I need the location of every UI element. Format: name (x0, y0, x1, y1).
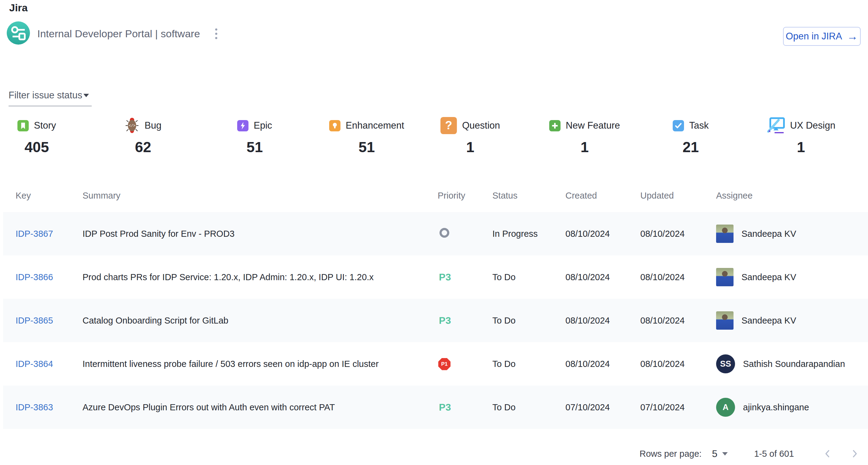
column-header-key: Key (16, 191, 83, 201)
column-header-created: Created (565, 191, 640, 201)
issue-key-link[interactable]: IDP-3863 (16, 402, 53, 412)
issue-summary: Catalog Onboarding Script for GitLab (83, 315, 438, 326)
counter-bug: </> Bug 62 (125, 116, 161, 156)
issue-updated: 08/10/2024 (640, 359, 716, 369)
counter-enhancement: Enhancement 51 (329, 116, 404, 156)
issue-summary: Prod charts PRs for IDP Service: 1.20.x,… (83, 272, 438, 282)
issue-created: 08/10/2024 (565, 229, 640, 239)
filter-issue-status-select[interactable]: Filter issue status (8, 90, 92, 106)
rows-per-page-select[interactable]: 5 (712, 448, 728, 460)
issue-summary: IDP Post Prod Sanity for Env - PROD3 (83, 229, 438, 239)
svg-text:?: ? (445, 119, 452, 132)
chevron-down-icon (722, 452, 728, 456)
avatar-initials: SS (716, 355, 735, 373)
table-header-row: Key Summary Priority Status Created Upda… (3, 187, 868, 204)
new-feature-icon (549, 120, 561, 131)
jira-project-logo-icon (7, 22, 30, 46)
issue-created: 08/10/2024 (565, 359, 640, 369)
open-in-jira-button[interactable]: Open in JIRA → (783, 27, 861, 46)
task-icon (673, 120, 684, 131)
issue-key-link[interactable]: IDP-3866 (16, 272, 53, 282)
issue-key-link[interactable]: IDP-3864 (16, 359, 53, 369)
table-row: IDP-3866 Prod charts PRs for IDP Service… (3, 256, 868, 299)
story-icon (18, 120, 29, 131)
column-header-assignee: Assignee (716, 191, 868, 201)
issue-updated: 08/10/2024 (640, 315, 716, 326)
table-row: IDP-3863 Azure DevOps Plugin Errors out … (3, 386, 868, 429)
kebab-menu-icon[interactable] (213, 26, 220, 41)
table-row: IDP-3864 Intermittent liveness probe fai… (3, 342, 868, 386)
issue-created: 08/10/2024 (565, 272, 640, 282)
issue-created: 07/10/2024 (565, 402, 640, 412)
counter-task: Task 21 (673, 116, 709, 156)
chevron-down-icon (84, 94, 89, 97)
column-header-updated: Updated (640, 191, 716, 201)
assignee-name: Sandeepa KV (741, 229, 796, 239)
table-row: IDP-3865 Catalog Onboarding Script for G… (3, 299, 868, 342)
assignee-name: Sandeepa KV (741, 272, 796, 282)
priority-p3-icon: P3 (439, 272, 451, 283)
issue-updated: 08/10/2024 (640, 229, 716, 239)
bug-count: 62 (135, 139, 151, 156)
avatar (716, 268, 734, 286)
issue-status: To Do (492, 315, 565, 326)
question-count: 1 (466, 139, 474, 156)
issue-status: To Do (492, 272, 565, 282)
svg-text:</>: </> (129, 124, 135, 128)
task-count: 21 (682, 139, 699, 156)
avatar-initials: A (716, 398, 735, 417)
issue-key-link[interactable]: IDP-3865 (16, 315, 53, 325)
issue-key-link[interactable]: IDP-3867 (16, 229, 53, 239)
column-header-priority: Priority (438, 191, 492, 201)
priority-p3-icon: P3 (439, 315, 451, 326)
issue-status: To Do (492, 402, 565, 412)
avatar (716, 311, 734, 330)
new-feature-count: 1 (580, 139, 589, 156)
assignee-name: ajinkya.shingane (743, 402, 809, 412)
issue-created: 08/10/2024 (565, 315, 640, 326)
column-header-summary: Summary (83, 191, 438, 201)
bug-icon: </> (125, 117, 140, 134)
counter-epic: Epic 51 (237, 116, 272, 156)
next-page-button[interactable] (850, 449, 860, 459)
issue-status: To Do (492, 359, 565, 369)
pagination-bar: Rows per page: 5 1-5 of 601 (640, 443, 860, 464)
avatar (716, 225, 734, 243)
counter-story: Story 405 (18, 116, 56, 156)
jira-plugin-card: Jira Internal Developer Portal | softwar… (0, 0, 868, 465)
enhancement-icon (329, 120, 340, 131)
issue-type-counters: Story 405 </> (0, 116, 868, 165)
issue-status: In Progress (492, 229, 565, 239)
table-row: IDP-3867 IDP Post Prod Sanity for Env - … (3, 212, 868, 256)
counter-ux-design: UX Design 1 (767, 116, 835, 156)
epic-count: 51 (246, 139, 262, 156)
page-title: Jira (9, 2, 28, 14)
arrow-right-icon: → (847, 31, 858, 42)
epic-icon (237, 120, 248, 131)
counter-question: ? Question 1 (440, 116, 500, 156)
priority-p1-icon: P1 (438, 358, 451, 370)
assignee-name: Sandeepa KV (741, 315, 796, 326)
issue-updated: 08/10/2024 (640, 272, 716, 282)
issues-table: Key Summary Priority Status Created Upda… (3, 187, 868, 429)
project-name: Internal Developer Portal | software (37, 28, 200, 40)
issue-summary: Intermittent liveness probe failure / 50… (83, 359, 438, 369)
assignee-name: Sathish Soundarapandian (743, 359, 845, 369)
ux-design-icon (767, 117, 785, 134)
previous-page-button[interactable] (822, 449, 833, 459)
counter-new-feature: New Feature 1 (549, 116, 620, 156)
issue-summary: Azure DevOps Plugin Errors out with Auth… (83, 402, 438, 412)
enhancement-count: 51 (359, 139, 375, 156)
issue-updated: 07/10/2024 (640, 402, 716, 412)
project-header: Internal Developer Portal | software (7, 22, 220, 46)
column-header-status: Status (492, 191, 565, 201)
question-icon: ? (440, 117, 457, 134)
priority-none-icon (439, 228, 449, 238)
story-count: 405 (25, 139, 49, 156)
pagination-range: 1-5 of 601 (754, 449, 794, 459)
ux-design-count: 1 (797, 139, 805, 156)
priority-p3-icon: P3 (439, 402, 451, 413)
rows-per-page-label: Rows per page: (640, 449, 702, 459)
